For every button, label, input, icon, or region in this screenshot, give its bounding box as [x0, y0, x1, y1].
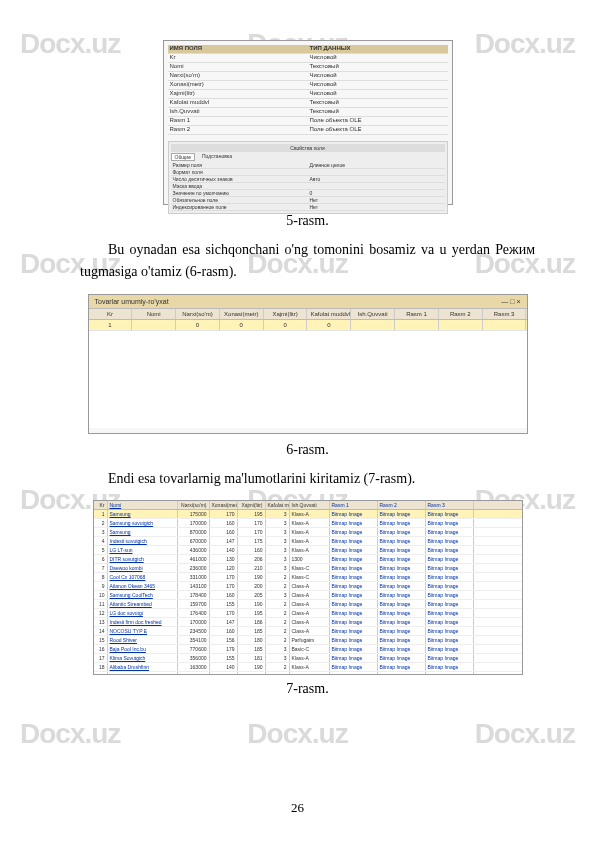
paragraph-1: Bu oynadan esa sichqonchani o'ng tomonin…: [80, 239, 535, 284]
col-header: ТИП ДАННЫХ: [308, 45, 448, 53]
tab: Общие: [171, 153, 195, 161]
screenshot-7: KrNomiNarxi(so'm)Xonasi(metr)Xajmi(litr)…: [93, 500, 523, 675]
screenshot-6: Tovarlar umumiy-ro'yxat — □ × KrNomiNarx…: [88, 294, 528, 434]
watermark: Docx.uz: [20, 718, 120, 750]
page-number: 26: [0, 800, 595, 816]
watermark: Docx.uz: [247, 718, 347, 750]
page-content: ИМЯ ПОЛЯ ТИП ДАННЫХ KrЧисловойNomiТексто…: [0, 0, 595, 707]
caption-6: 6-rasm.: [80, 442, 535, 458]
window-controls: — □ ×: [501, 298, 520, 305]
window-title: Tovarlar umumiy-ro'yxat: [95, 298, 169, 305]
caption-5: 5-rasm.: [80, 213, 535, 229]
screenshot-5: ИМЯ ПОЛЯ ТИП ДАННЫХ KrЧисловойNomiТексто…: [163, 40, 453, 205]
paragraph-2: Endi esa tovarlarnig ma'lumotlarini kiri…: [80, 468, 535, 490]
caption-7: 7-rasm.: [80, 681, 535, 697]
watermark: Docx.uz: [475, 718, 575, 750]
props-title: Свойства поля: [171, 144, 445, 152]
col-header: ИМЯ ПОЛЯ: [168, 45, 308, 53]
tab: Подстановка: [199, 153, 235, 161]
